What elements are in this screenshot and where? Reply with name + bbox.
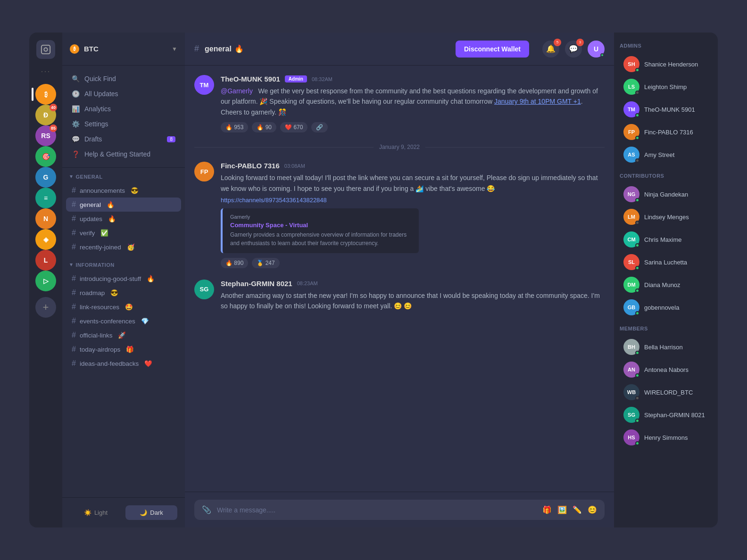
nav-item-settings[interactable]: ⚙️ Settings: [66, 116, 181, 132]
channel-emoji: 😎: [110, 289, 118, 296]
channel-introducing-good-stuff[interactable]: # introducing-good-stuff 🔥: [66, 272, 181, 286]
member-avatar: HS: [623, 429, 639, 445]
collapse-icon[interactable]: ▾: [70, 173, 73, 180]
dark-theme-button[interactable]: 🌙 Dark: [125, 505, 177, 520]
nav-item-quick-find[interactable]: 🔍 Quick Find: [66, 71, 181, 86]
image-icon[interactable]: 🖼️: [557, 505, 567, 514]
channel-name: updates: [80, 215, 102, 222]
nav-item-drafts[interactable]: 💬 Drafts 8: [66, 132, 181, 147]
reaction-fire[interactable]: 🔥 953: [221, 122, 248, 132]
info-section-header: ▾ INFORMATION: [66, 260, 181, 270]
date-link[interactable]: January 9th at 10PM GMT +1: [494, 98, 581, 105]
sidebar-chevron-icon[interactable]: ▼: [172, 46, 177, 52]
channel-verify[interactable]: # verify ✅: [66, 226, 181, 240]
svg-point-1: [44, 48, 47, 51]
member-name: Lindsey Menges: [644, 214, 689, 221]
server-icon-server3[interactable]: RS85: [35, 125, 56, 146]
main-content: # general 🔥 Disconnect Wallet 🔔 5 💬 3 U: [185, 33, 614, 527]
user-avatar[interactable]: U: [588, 41, 605, 58]
edit-icon[interactable]: ✏️: [573, 505, 582, 514]
server-icon-server7[interactable]: N: [35, 208, 56, 229]
channel-general[interactable]: # general 🔥: [66, 198, 181, 212]
channel-official-links[interactable]: # official-links 🚀: [66, 328, 181, 342]
member-item[interactable]: SH Shanice Henderson: [620, 53, 712, 75]
channel-events-conferences[interactable]: # events-conferences 💎: [66, 314, 181, 328]
status-dot: [635, 221, 639, 225]
messages-area: TM TheO-MUNK 5901 Admin 08:32AM @Garnerl…: [185, 66, 614, 492]
add-server-button[interactable]: +: [35, 297, 56, 318]
channel-name: general: [80, 201, 101, 208]
member-item[interactable]: CM Chris Maxime: [620, 229, 712, 250]
channel-title: general 🔥: [205, 44, 244, 53]
server-icon-server8[interactable]: ◈: [35, 229, 56, 250]
member-item[interactable]: NG Ninja Gandekan: [620, 183, 712, 205]
reaction-gold[interactable]: 🥇 247: [252, 258, 279, 268]
member-name: Finc-PABLO 7316: [644, 129, 693, 136]
app-container: ··· ₿Ð40RS85🎯G≡N◈L▷ + ₿ BTC ▼ 🔍 Quick Fi…: [29, 33, 718, 527]
nav-item-analytics[interactable]: 📊 Analytics: [66, 101, 181, 116]
channel-hash-icon: #: [72, 359, 76, 368]
server-icon-server10[interactable]: ▷: [35, 271, 56, 291]
member-item[interactable]: SL Sarina Luchetta: [620, 251, 712, 273]
reaction-heart[interactable]: ❤️ 670: [280, 122, 307, 132]
status-dot: [635, 441, 639, 445]
sun-icon: ☀️: [84, 509, 91, 516]
nav-item-help[interactable]: ❓ Help & Getting Started: [66, 147, 181, 162]
channel-today-airdrops[interactable]: # today-airdrops 🎁: [66, 342, 181, 356]
channel-emoji: 🚀: [118, 331, 126, 339]
member-item[interactable]: GB gobennovela: [620, 296, 712, 318]
message-header: Stephan-GRMIN 8021 08:23AM: [221, 280, 605, 288]
channel-link-resources[interactable]: # link-resources 🤩: [66, 300, 181, 314]
channel-roadmap[interactable]: # roadmap 😎: [66, 286, 181, 300]
sidebar-title: BTC: [84, 45, 167, 53]
reaction-link[interactable]: 🔗: [311, 122, 328, 132]
reaction-fire[interactable]: 🔥 890: [221, 258, 248, 268]
status-dot: [635, 266, 639, 270]
server-icon-server5[interactable]: G: [35, 167, 56, 188]
member-item[interactable]: DM Diana Munoz: [620, 274, 712, 296]
reaction-fire2[interactable]: 🔥 90: [252, 122, 276, 132]
disconnect-wallet-button[interactable]: Disconnect Wallet: [456, 41, 529, 58]
icon-rail: ··· ₿Ð40RS85🎯G≡N◈L▷ +: [29, 33, 62, 527]
channel-announcements[interactable]: # announcements 😎: [66, 183, 181, 198]
channel-ideas-and-feedbacks[interactable]: # ideas-and-feedbacks ❤️: [66, 356, 181, 371]
chat-input-area: 📎 🎁 🖼️ ✏️ 😊: [185, 492, 614, 527]
status-dot: [635, 419, 639, 423]
member-item[interactable]: BH Bella Harrison: [620, 336, 712, 358]
message-body: TheO-MUNK 5901 Admin 08:32AM @Garnerly W…: [221, 75, 605, 132]
member-item[interactable]: WB WIRELORD_BTC: [620, 381, 712, 403]
member-name: Stephan-GRMIN 8021: [644, 412, 705, 419]
server-icon-server6[interactable]: ≡: [35, 188, 56, 208]
member-item[interactable]: TM TheO-MUNK 5901: [620, 99, 712, 120]
collapse-info-icon[interactable]: ▾: [70, 262, 73, 268]
member-item[interactable]: FP Finc-PABLO 7316: [620, 121, 712, 143]
general-channels-list: # announcements 😎# general 🔥# updates 🔥#…: [66, 183, 181, 254]
nav-item-all-updates[interactable]: 🕐 All Updates: [66, 86, 181, 101]
input-attach-icon[interactable]: 📎: [202, 505, 211, 514]
server-icon-server9[interactable]: L: [35, 250, 56, 271]
member-item[interactable]: LM Lindsey Menges: [620, 206, 712, 228]
messages-button[interactable]: 💬 3: [565, 41, 582, 58]
member-item[interactable]: LS Leighton Shimp: [620, 76, 712, 98]
member-item[interactable]: SG Stephan-GRMIN 8021: [620, 404, 712, 426]
channel-emoji: 🤩: [125, 303, 133, 311]
member-item[interactable]: AS Amy Street: [620, 144, 712, 165]
emoji-icon[interactable]: 😊: [588, 505, 597, 514]
notifications-button[interactable]: 🔔 5: [542, 41, 559, 58]
chat-input[interactable]: [217, 506, 537, 514]
light-theme-button[interactable]: ☀️ Light: [70, 505, 122, 520]
member-item[interactable]: HS Henry Simmons: [620, 427, 712, 448]
channel-emoji: 😎: [131, 187, 139, 194]
chat-header: # general 🔥 Disconnect Wallet 🔔 5 💬 3 U: [185, 33, 614, 66]
gift-icon[interactable]: 🎁: [542, 505, 552, 514]
message-avatar: TM: [194, 75, 214, 95]
server-icon-server4[interactable]: 🎯: [35, 146, 56, 167]
mention-tag: @Garnerly: [221, 87, 253, 95]
member-name: WIRELORD_BTC: [644, 389, 693, 396]
channel-updates[interactable]: # updates 🔥: [66, 212, 181, 226]
member-item[interactable]: AN Antonea Nabors: [620, 359, 712, 380]
server-icon-dogecoin[interactable]: Ð40: [35, 105, 56, 125]
server-icon-bitcoin[interactable]: ₿: [35, 84, 56, 105]
channel-recently-joined[interactable]: # recently-joined 🥳: [66, 240, 181, 254]
message-link[interactable]: https://channels/897354336143822848: [221, 197, 605, 204]
